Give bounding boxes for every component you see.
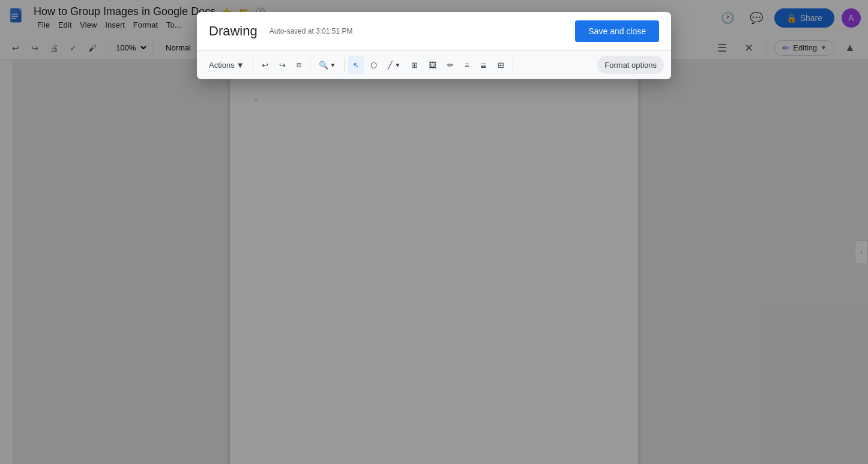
select-tool-button[interactable]: ↖ (348, 56, 364, 74)
actions-label: Actions (209, 61, 235, 70)
image-tool-button[interactable]: 🖼 (424, 56, 441, 74)
modal-header-center: Auto-saved at 3:01:51 PM (258, 27, 576, 35)
modal-overlay: Drawing Auto-saved at 3:01:51 PM Save an… (0, 0, 868, 464)
pen-tool-button[interactable]: ✏ (442, 56, 459, 74)
drawing-toolbar: Actions ▼ ↩ ↪ ⧈ 🔍 ▼ ↖ ⬡ ╱ ▼ ⊞ 🖼 ✏ ≡ ≣ ⊞ … (197, 51, 671, 79)
text-align-button[interactable]: ≡ (460, 56, 474, 74)
save-close-button[interactable]: Save and close (575, 20, 659, 42)
modal-header: Drawing Auto-saved at 3:01:51 PM Save an… (197, 12, 671, 51)
undo-draw-button[interactable]: ↩ (257, 56, 273, 74)
line-tool-button[interactable]: ╱ ▼ (383, 56, 405, 74)
toolbar-divider-3 (513, 58, 513, 71)
more-options-button[interactable]: ⊞ (493, 56, 509, 74)
drawing-modal: Drawing Auto-saved at 3:01:51 PM Save an… (197, 12, 671, 79)
text-format-button[interactable]: ≣ (475, 56, 492, 74)
zoom-draw-button[interactable]: 🔍 ▼ (314, 56, 341, 74)
arrange-button[interactable]: ⧈ (292, 56, 306, 74)
toolbar-divider-1 (310, 58, 310, 71)
table-tool-button[interactable]: ⊞ (406, 56, 423, 74)
toolbar-divider-2 (344, 58, 345, 71)
toolbar-divider-actions (253, 58, 253, 71)
shape-tool-button[interactable]: ⬡ (366, 56, 382, 74)
modal-autosave: Auto-saved at 3:01:51 PM (270, 27, 353, 35)
format-options-button[interactable]: Format options (597, 56, 664, 74)
redo-draw-button[interactable]: ↪ (274, 56, 291, 74)
modal-title: Drawing (209, 23, 258, 39)
actions-chevron-icon: ▼ (237, 61, 244, 70)
actions-button[interactable]: Actions ▼ (204, 56, 249, 74)
